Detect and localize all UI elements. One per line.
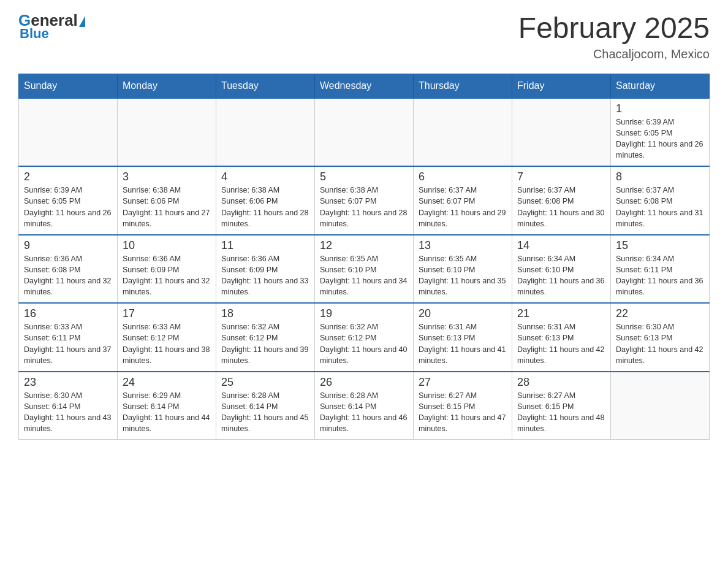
day-number: 6 <box>419 170 507 183</box>
month-title: February 2025 <box>518 12 710 45</box>
header-tuesday: Tuesday <box>216 74 315 98</box>
day-number: 19 <box>320 307 408 320</box>
day-number: 11 <box>221 239 309 252</box>
calendar-cell: 1Sunrise: 6:39 AMSunset: 6:05 PMDaylight… <box>611 98 710 167</box>
calendar-cell: 27Sunrise: 6:27 AMSunset: 6:15 PMDayligh… <box>414 372 512 440</box>
day-number: 10 <box>123 239 211 252</box>
day-number: 12 <box>320 239 408 252</box>
day-info: Sunrise: 6:31 AMSunset: 6:13 PMDaylight:… <box>419 321 507 366</box>
calendar-cell: 18Sunrise: 6:32 AMSunset: 6:12 PMDayligh… <box>216 303 315 372</box>
calendar-cell: 4Sunrise: 6:38 AMSunset: 6:06 PMDaylight… <box>216 166 315 235</box>
day-number: 24 <box>123 376 211 389</box>
calendar-cell: 16Sunrise: 6:33 AMSunset: 6:11 PMDayligh… <box>19 303 118 372</box>
header-friday: Friday <box>512 74 611 98</box>
title-section: February 2025 Chacaljocom, Mexico <box>518 12 710 61</box>
day-number: 1 <box>616 102 704 115</box>
day-info: Sunrise: 6:37 AMSunset: 6:08 PMDaylight:… <box>517 185 605 229</box>
day-info: Sunrise: 6:35 AMSunset: 6:10 PMDaylight:… <box>419 253 507 298</box>
calendar-cell <box>216 98 315 167</box>
day-info: Sunrise: 6:36 AMSunset: 6:08 PMDaylight:… <box>24 253 112 298</box>
calendar-cell: 24Sunrise: 6:29 AMSunset: 6:14 PMDayligh… <box>118 372 216 440</box>
calendar-header-row: Sunday Monday Tuesday Wednesday Thursday… <box>19 74 710 98</box>
day-info: Sunrise: 6:32 AMSunset: 6:12 PMDaylight:… <box>221 321 309 366</box>
day-info: Sunrise: 6:31 AMSunset: 6:13 PMDaylight:… <box>517 321 605 366</box>
calendar-cell <box>512 98 611 167</box>
calendar-cell: 22Sunrise: 6:30 AMSunset: 6:13 PMDayligh… <box>611 303 710 372</box>
day-info: Sunrise: 6:37 AMSunset: 6:07 PMDaylight:… <box>419 185 507 229</box>
calendar-cell: 28Sunrise: 6:27 AMSunset: 6:15 PMDayligh… <box>512 372 611 440</box>
day-number: 8 <box>616 170 704 183</box>
day-info: Sunrise: 6:39 AMSunset: 6:05 PMDaylight:… <box>616 117 704 161</box>
week-row-1: 1Sunrise: 6:39 AMSunset: 6:05 PMDaylight… <box>19 98 710 167</box>
day-number: 9 <box>24 239 112 252</box>
day-number: 2 <box>24 170 112 183</box>
calendar-cell <box>611 372 710 440</box>
day-info: Sunrise: 6:34 AMSunset: 6:10 PMDaylight:… <box>517 253 605 298</box>
calendar-cell: 2Sunrise: 6:39 AMSunset: 6:05 PMDaylight… <box>19 166 118 235</box>
day-info: Sunrise: 6:36 AMSunset: 6:09 PMDaylight:… <box>221 253 309 298</box>
day-info: Sunrise: 6:30 AMSunset: 6:14 PMDaylight:… <box>24 390 112 435</box>
calendar-cell: 6Sunrise: 6:37 AMSunset: 6:07 PMDaylight… <box>414 166 512 235</box>
day-info: Sunrise: 6:27 AMSunset: 6:15 PMDaylight:… <box>517 390 605 435</box>
calendar-cell: 11Sunrise: 6:36 AMSunset: 6:09 PMDayligh… <box>216 235 315 304</box>
day-info: Sunrise: 6:33 AMSunset: 6:12 PMDaylight:… <box>123 321 211 366</box>
week-row-3: 9Sunrise: 6:36 AMSunset: 6:08 PMDaylight… <box>19 235 710 304</box>
day-number: 22 <box>616 307 704 320</box>
day-info: Sunrise: 6:38 AMSunset: 6:06 PMDaylight:… <box>123 185 211 229</box>
day-number: 5 <box>320 170 408 183</box>
day-number: 18 <box>221 307 309 320</box>
calendar-cell: 23Sunrise: 6:30 AMSunset: 6:14 PMDayligh… <box>19 372 118 440</box>
day-info: Sunrise: 6:37 AMSunset: 6:08 PMDaylight:… <box>616 185 704 229</box>
calendar-cell <box>19 98 118 167</box>
day-number: 25 <box>221 376 309 389</box>
day-number: 13 <box>419 239 507 252</box>
calendar-cell: 5Sunrise: 6:38 AMSunset: 6:07 PMDaylight… <box>315 166 414 235</box>
week-row-2: 2Sunrise: 6:39 AMSunset: 6:05 PMDaylight… <box>19 166 710 235</box>
calendar-cell: 12Sunrise: 6:35 AMSunset: 6:10 PMDayligh… <box>315 235 414 304</box>
calendar-cell: 17Sunrise: 6:33 AMSunset: 6:12 PMDayligh… <box>118 303 216 372</box>
week-row-4: 16Sunrise: 6:33 AMSunset: 6:11 PMDayligh… <box>19 303 710 372</box>
calendar-cell: 10Sunrise: 6:36 AMSunset: 6:09 PMDayligh… <box>118 235 216 304</box>
header-monday: Monday <box>118 74 216 98</box>
day-number: 15 <box>616 239 704 252</box>
location-text: Chacaljocom, Mexico <box>518 47 710 61</box>
day-number: 4 <box>221 170 309 183</box>
calendar-table: Sunday Monday Tuesday Wednesday Thursday… <box>18 74 710 440</box>
logo-blue-text: Blue <box>20 26 49 42</box>
day-number: 14 <box>517 239 605 252</box>
day-info: Sunrise: 6:28 AMSunset: 6:14 PMDaylight:… <box>221 390 309 435</box>
calendar-cell: 14Sunrise: 6:34 AMSunset: 6:10 PMDayligh… <box>512 235 611 304</box>
day-number: 27 <box>419 376 507 389</box>
calendar-cell: 15Sunrise: 6:34 AMSunset: 6:11 PMDayligh… <box>611 235 710 304</box>
day-info: Sunrise: 6:35 AMSunset: 6:10 PMDaylight:… <box>320 253 408 298</box>
day-number: 16 <box>24 307 112 320</box>
calendar-cell <box>118 98 216 167</box>
calendar-cell: 7Sunrise: 6:37 AMSunset: 6:08 PMDaylight… <box>512 166 611 235</box>
header-sunday: Sunday <box>19 74 118 98</box>
day-number: 21 <box>517 307 605 320</box>
calendar-cell: 25Sunrise: 6:28 AMSunset: 6:14 PMDayligh… <box>216 372 315 440</box>
day-number: 3 <box>123 170 211 183</box>
day-number: 17 <box>123 307 211 320</box>
calendar-cell <box>315 98 414 167</box>
day-info: Sunrise: 6:29 AMSunset: 6:14 PMDaylight:… <box>123 390 211 435</box>
calendar-cell: 9Sunrise: 6:36 AMSunset: 6:08 PMDaylight… <box>19 235 118 304</box>
calendar-cell <box>414 98 512 167</box>
day-info: Sunrise: 6:36 AMSunset: 6:09 PMDaylight:… <box>123 253 211 298</box>
calendar-cell: 20Sunrise: 6:31 AMSunset: 6:13 PMDayligh… <box>414 303 512 372</box>
calendar-cell: 3Sunrise: 6:38 AMSunset: 6:06 PMDaylight… <box>118 166 216 235</box>
day-number: 7 <box>517 170 605 183</box>
day-number: 26 <box>320 376 408 389</box>
page-header: General Blue February 2025 Chacaljocom, … <box>18 12 710 61</box>
day-info: Sunrise: 6:39 AMSunset: 6:05 PMDaylight:… <box>24 185 112 229</box>
calendar-cell: 19Sunrise: 6:32 AMSunset: 6:12 PMDayligh… <box>315 303 414 372</box>
day-number: 20 <box>419 307 507 320</box>
header-wednesday: Wednesday <box>315 74 414 98</box>
header-saturday: Saturday <box>611 74 710 98</box>
week-row-5: 23Sunrise: 6:30 AMSunset: 6:14 PMDayligh… <box>19 372 710 440</box>
day-number: 23 <box>24 376 112 389</box>
calendar-cell: 21Sunrise: 6:31 AMSunset: 6:13 PMDayligh… <box>512 303 611 372</box>
day-info: Sunrise: 6:38 AMSunset: 6:06 PMDaylight:… <box>221 185 309 229</box>
calendar-cell: 8Sunrise: 6:37 AMSunset: 6:08 PMDaylight… <box>611 166 710 235</box>
header-thursday: Thursday <box>414 74 512 98</box>
